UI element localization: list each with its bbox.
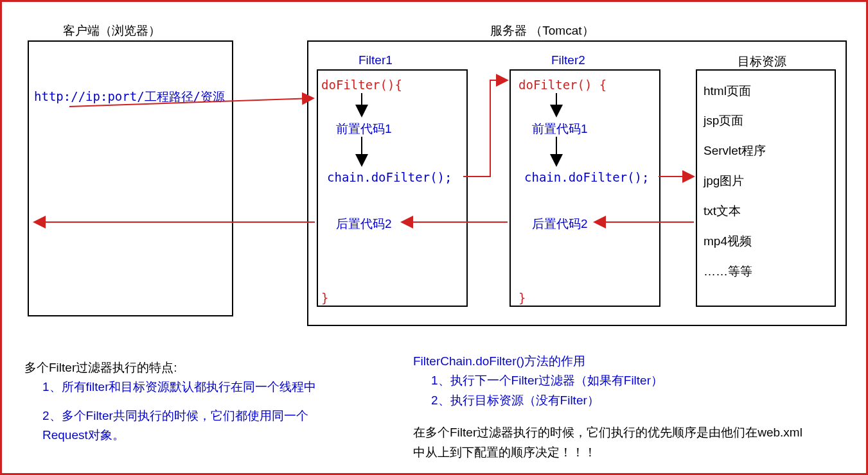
filter2-box (509, 69, 660, 307)
server-title: 服务器 （Tomcat） (490, 22, 594, 39)
filter1-pre: 前置代码1 (336, 121, 392, 137)
target-item-0: html页面 (704, 83, 751, 99)
target-item-3: jpg图片 (704, 173, 744, 189)
filter1-chain: chain.doFilter(); (327, 170, 452, 184)
filter1-close: } (321, 291, 328, 305)
filter2-title: Filter2 (551, 53, 585, 67)
notes-right: FilterChain.doFilter()方法的作用 1、执行下一个Filte… (413, 352, 824, 462)
target-item-5: mp4视频 (704, 233, 752, 250)
notes-left: 多个Filter过滤器执行的特点: 1、所有filter和目标资源默认都执行在同… (24, 358, 320, 445)
target-title: 目标资源 (738, 53, 786, 70)
filter2-close: } (518, 291, 526, 305)
client-box (28, 40, 233, 316)
filter1-post: 后置代码2 (336, 216, 392, 232)
target-item-1: jsp页面 (704, 112, 743, 129)
filter2-chain: chain.doFilter(); (524, 170, 649, 184)
client-title: 客户端（浏览器） (63, 22, 161, 39)
filter2-sig-open: doFilter() { (518, 78, 607, 92)
diagram-canvas: 客户端（浏览器） http://ip:port/工程路径/资源 服务器 （Tom… (0, 0, 868, 475)
client-url: http://ip:port/工程路径/资源 (34, 89, 225, 105)
notes-right-heading: FilterChain.doFilter()方法的作用 (413, 352, 824, 371)
target-item-4: txt文本 (704, 203, 741, 220)
filter1-box (317, 69, 468, 307)
notes-right-p2: 2、执行目标资源（没有Filter） (431, 391, 824, 410)
notes-left-p1: 1、所有filter和目标资源默认都执行在同一个线程中 (42, 377, 319, 397)
filter2-pre: 前置代码1 (532, 121, 588, 137)
filter1-title: Filter1 (359, 53, 393, 67)
filter2-post: 后置代码2 (532, 216, 588, 232)
notes-right-p1: 1、执行下一个Filter过滤器（如果有Filter） (431, 371, 824, 390)
notes-left-heading: 多个Filter过滤器执行的特点: (24, 358, 320, 377)
notes-left-p2: 2、多个Filter共同执行的时候，它们都使用同一个Request对象。 (42, 406, 319, 445)
target-item-2: Servlet程序 (704, 142, 766, 159)
notes-right-footer: 在多个Filter过滤器执行的时候，它们执行的优先顺序是由他们在web.xml中… (413, 423, 811, 462)
filter1-sig-open: doFilter(){ (321, 78, 402, 92)
target-item-6: ……等等 (704, 263, 752, 280)
